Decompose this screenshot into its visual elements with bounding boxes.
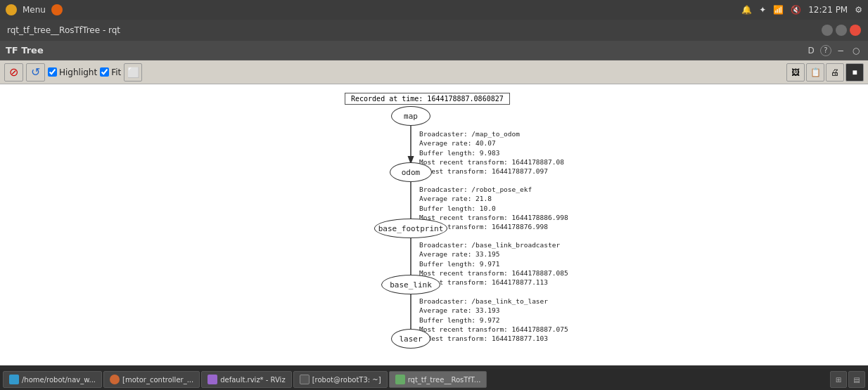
close-button[interactable]	[850, 25, 861, 36]
minimize-button[interactable]	[822, 25, 833, 36]
window-title: rqt_tf_tree__RosTfTree - rqt	[7, 25, 822, 35]
toolbar-right: 🖼 📋 🖨 ■	[786, 63, 864, 82]
clock: 12:21 PM	[808, 5, 848, 15]
recorded-label: Recorded at time: 1644178887.0860827	[345, 93, 510, 105]
rqt-icon	[395, 375, 405, 384]
title-bar: rqt_tf_tree__RosTfTree - rqt	[0, 20, 868, 41]
motor-controller-icon	[110, 375, 120, 384]
node-odom: odom	[390, 162, 432, 182]
edge-map-odom-line2: Average rate: 40.07	[419, 138, 564, 148]
taskbar-terminal-label: [robot@robotT3: ~]	[312, 376, 381, 384]
taskbar-file-manager-label: /home/robot/nav_w...	[22, 376, 96, 384]
taskbar-file-manager[interactable]: /home/robot/nav_w...	[3, 371, 102, 388]
node-base-link: base_link	[381, 275, 440, 294]
refresh-icon: ↺	[31, 65, 40, 79]
stop-icon: ⊘	[9, 65, 18, 79]
fit-checkbox-label[interactable]: Fit	[100, 67, 121, 77]
taskbar-motor-controller[interactable]: [motor_controller_...	[103, 371, 200, 388]
window-controls	[822, 25, 861, 36]
app-bar: TF Tree D ? − ○	[0, 41, 868, 60]
refresh-button[interactable]: ↺	[26, 63, 45, 82]
system-bar: Menu 🔔 ✦ 📶 🔇 12:21 PM ⚙	[0, 0, 868, 20]
maximize-button[interactable]	[836, 25, 847, 36]
fit-label: Fit	[111, 67, 121, 77]
edge-map-odom-line1: Broadcaster: /map_to_odom	[419, 129, 564, 138]
edge-odom-bf-line3: Buffer length: 10.0	[419, 204, 568, 213]
app-bar-right: D ? − ○	[805, 44, 862, 57]
settings-icon[interactable]: ⚙	[855, 5, 862, 15]
ubuntu-icon	[6, 4, 17, 15]
system-bar-right: 🔔 ✦ 📶 🔇 12:21 PM ⚙	[741, 5, 862, 15]
copy-button[interactable]: 📋	[806, 63, 824, 82]
highlight-checkbox[interactable]	[48, 67, 57, 77]
edge-bf-bl-line1: Broadcaster: /base_link_broadcaster	[419, 240, 568, 249]
firefox-icon	[51, 4, 63, 15]
taskbar-right: ⊞ ▤	[830, 371, 865, 388]
main-content: Recorded at time: 1644178887.0860827 map…	[0, 84, 868, 365]
taskbar-grid-button[interactable]: ⊞	[830, 371, 847, 388]
app-close-button[interactable]: ○	[850, 44, 862, 57]
app-info-button[interactable]: D	[805, 44, 817, 57]
rviz-icon	[208, 375, 217, 384]
highlight-label: Highlight	[59, 67, 97, 77]
tf-canvas[interactable]: Recorded at time: 1644178887.0860827 map…	[0, 84, 868, 365]
taskbar-rqt[interactable]: rqt_tf_tree__RosTfT...	[389, 371, 487, 388]
stop-button[interactable]: ⊘	[4, 63, 23, 82]
edge-bf-bl-line4: Most recent transform: 1644178887.085	[419, 268, 568, 278]
fit-checkbox[interactable]	[100, 67, 109, 77]
edge-bf-bl-line3: Buffer length: 9.971	[419, 259, 568, 268]
wifi-icon: 📶	[773, 5, 784, 15]
edge-bf-bl-line5: Oldest transform: 1644178877.113	[419, 278, 568, 287]
edge-bl-laser-line3: Buffer length: 9.972	[419, 316, 568, 325]
highlight-checkbox-label[interactable]: Highlight	[48, 67, 97, 77]
terminal-icon	[300, 375, 309, 384]
node-map-label: map	[404, 112, 418, 121]
notification-icon: 🔔	[741, 5, 752, 15]
file-manager-icon	[9, 375, 19, 384]
taskbar: /home/robot/nav_w... [motor_controller_.…	[0, 369, 868, 390]
toolbar: ⊘ ↺ Highlight Fit ⬜ 🖼 📋 🖨 ■	[0, 60, 868, 84]
edge-map-odom-line3: Buffer length: 9.983	[419, 148, 564, 157]
edge-label-bl-laser: Broadcaster: /base_link_to_laser Average…	[419, 297, 568, 343]
system-bar-left: Menu	[6, 4, 63, 15]
node-base-link-label: base_link	[390, 280, 432, 290]
edge-odom-bf-line4: Most recent transform: 1644178886.998	[419, 213, 568, 222]
edge-odom-bf-line1: Broadcaster: /robot_pose_ekf	[419, 185, 568, 194]
app-minus-button[interactable]: −	[834, 44, 847, 57]
taskbar-rqt-label: rqt_tf_tree__RosTfT...	[408, 376, 481, 384]
taskbar-settings-button[interactable]: ▤	[848, 371, 865, 388]
taskbar-rviz[interactable]: default.rviz* - RViz	[201, 371, 291, 388]
node-laser-label: laser	[399, 334, 422, 344]
taskbar-terminal[interactable]: [robot@robotT3: ~]	[293, 371, 388, 388]
edge-label-map-odom: Broadcaster: /map_to_odom Average rate: …	[419, 129, 564, 176]
edge-bl-laser-line4: Most recent transform: 1644178887.075	[419, 325, 568, 334]
screenshot-button[interactable]: ⬜	[124, 63, 142, 82]
node-map: map	[391, 106, 430, 126]
edge-label-bf-base_link: Broadcaster: /base_link_broadcaster Aver…	[419, 240, 568, 287]
edge-odom-bf-line2: Average rate: 21.8	[419, 194, 568, 203]
save-image-button[interactable]: 🖼	[786, 63, 805, 82]
edge-bl-laser-line2: Average rate: 33.193	[419, 306, 568, 315]
black-button[interactable]: ■	[845, 63, 864, 82]
edge-map-odom-line4: Most recent transform: 1644178887.08	[419, 157, 564, 167]
node-laser: laser	[391, 329, 430, 349]
print-button[interactable]: 🖨	[826, 63, 844, 82]
app-bar-title: TF Tree	[6, 45, 44, 56]
edge-bl-laser-line5: Oldest transform: 1644178877.103	[419, 334, 568, 343]
node-base-footprint: base_footprint	[374, 219, 447, 238]
node-odom-label: odom	[402, 168, 421, 177]
app-help-button[interactable]: ?	[820, 45, 831, 56]
edge-bl-laser-line1: Broadcaster: /base_link_to_laser	[419, 297, 568, 306]
edge-map-odom-line5: Oldest transform: 1644178877.097	[419, 167, 564, 176]
menu-label[interactable]: Menu	[23, 5, 46, 15]
taskbar-rviz-label: default.rviz* - RViz	[220, 376, 285, 384]
bluetooth-icon: ✦	[759, 5, 766, 15]
taskbar-motor-controller-label: [motor_controller_...	[122, 376, 193, 384]
volume-icon: 🔇	[791, 5, 801, 15]
node-base-footprint-label: base_footprint	[378, 224, 444, 233]
screenshot-icon: ⬜	[127, 67, 139, 78]
edge-bf-bl-line2: Average rate: 33.195	[419, 249, 568, 259]
